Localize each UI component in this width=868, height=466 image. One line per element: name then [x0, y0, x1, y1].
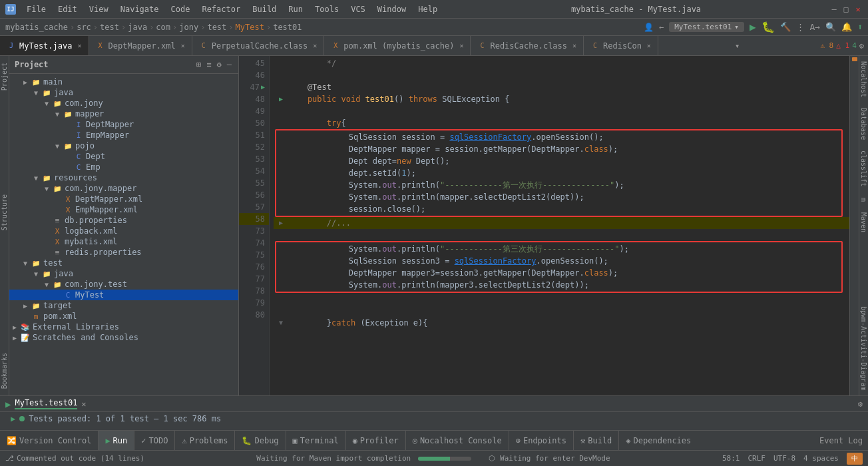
tab-close-icon[interactable]: ✕ — [647, 42, 651, 49]
tab-overflow-button[interactable]: ▾ — [731, 36, 744, 55]
run-config-dropdown[interactable]: MyTest.test01 ▾ — [669, 22, 744, 32]
breadcrumb-test01[interactable]: test01 — [273, 23, 302, 32]
tool-version-control[interactable]: 🔀 Version Control — [0, 431, 99, 450]
panel-nocalhost[interactable]: Nocalhost — [859, 56, 868, 103]
tree-item-dbprops[interactable]: ≡ db.properties — [9, 215, 238, 226]
menu-edit[interactable]: Edit — [53, 3, 83, 15]
breadcrumb-project[interactable]: mybatis_cache — [5, 23, 68, 32]
run-icon[interactable]: ▶ — [5, 399, 11, 409]
tab-close-icon[interactable]: ✕ — [181, 42, 185, 49]
tool-run[interactable]: ▶ Run — [99, 431, 134, 450]
tree-item-scratches[interactable]: ▶ 📝 Scratches and Consoles — [9, 332, 238, 343]
tool-debug[interactable]: 🐛 Debug — [235, 431, 286, 450]
run-tab-active[interactable]: MyTest.test01 — [15, 398, 77, 409]
breadcrumb-test2[interactable]: test — [207, 23, 226, 32]
fold-icon-58[interactable]: ▶ — [274, 217, 288, 229]
tool-endpoints[interactable]: ⊕ Endpoints — [509, 431, 574, 450]
menu-window[interactable]: Window — [372, 3, 411, 15]
tab-pom[interactable]: X pom.xml (mybatis_cache) ✕ — [324, 36, 471, 55]
tree-item-empmapperxml[interactable]: X EmpMapper.xml — [9, 204, 238, 215]
tree-item-dept[interactable]: C Dept — [9, 151, 238, 162]
panel-classlift[interactable]: classlift — [859, 145, 868, 192]
git-status-icon[interactable]: ⎇ — [5, 454, 14, 463]
menu-help[interactable]: Help — [413, 3, 443, 15]
run-settings-icon[interactable]: ⚙ — [858, 399, 863, 409]
menu-file[interactable]: File — [21, 3, 51, 15]
tab-rediscache[interactable]: C RedisCache.class ✕ — [471, 36, 584, 55]
run-button[interactable]: ▶ — [750, 21, 756, 33]
tree-item-comjonymapper[interactable]: ▼ 📁 com.jony.mapper — [9, 183, 238, 194]
tree-item-test-java[interactable]: ▼ 📁 java — [9, 268, 238, 279]
tab-rediscon[interactable]: C RedisCon ✕ — [584, 36, 658, 55]
menu-view[interactable]: View — [84, 3, 114, 15]
menu-refactor[interactable]: Refactor — [196, 3, 246, 15]
build-button[interactable]: 🔨 — [780, 22, 791, 32]
sidebar-collapse-icon[interactable]: ≡ — [205, 59, 212, 71]
tool-terminal[interactable]: ▣ Terminal — [286, 431, 346, 450]
breadcrumb-java[interactable]: java — [128, 23, 147, 32]
more-actions-button[interactable]: ⋮ — [796, 22, 805, 32]
tab-close-icon[interactable]: ✕ — [313, 42, 317, 49]
status-utf8[interactable]: UTF-8 — [773, 454, 795, 463]
tree-item-emp[interactable]: C Emp — [9, 162, 238, 172]
tab-mytest[interactable]: J MyTest.java ✕ — [0, 36, 89, 55]
status-position[interactable]: 58:1 — [722, 454, 740, 463]
profile-icon[interactable]: 👤 — [644, 23, 654, 32]
menu-vcs[interactable]: VCS — [345, 3, 371, 15]
tree-item-mytest[interactable]: C MyTest — [9, 290, 238, 300]
structure-label[interactable]: Structure — [0, 189, 9, 236]
tool-problems[interactable]: ⚠ Problems — [175, 431, 235, 450]
gutter-run-icon[interactable]: ▶ — [261, 81, 265, 93]
breadcrumb-test[interactable]: test — [100, 23, 119, 32]
tool-profiler[interactable]: ◉ Profiler — [346, 431, 406, 450]
tree-item-mybatisxml[interactable]: X mybatis.xml — [9, 236, 238, 247]
tab-close-icon[interactable]: ✕ — [77, 42, 81, 49]
back-icon[interactable]: ← — [659, 23, 664, 32]
tree-item-main[interactable]: ▶ 📁 main — [9, 77, 238, 87]
tree-item-pomxml[interactable]: m pom.xml — [9, 311, 238, 322]
sidebar-close-icon[interactable]: — — [226, 59, 233, 71]
tree-item-target[interactable]: ▶ 📁 target — [9, 300, 238, 311]
menu-build[interactable]: Build — [247, 3, 282, 15]
side-tab-project[interactable]: Project — [0, 56, 9, 97]
menu-tools[interactable]: Tools — [310, 3, 344, 15]
tab-close-icon[interactable]: ✕ — [572, 42, 576, 49]
translate-button[interactable]: A→ — [810, 22, 821, 32]
debug-button[interactable]: 🐛 — [761, 21, 775, 33]
status-indent[interactable]: 4 spaces — [803, 454, 839, 463]
tool-build[interactable]: ⚒ Build — [574, 431, 619, 450]
menu-code[interactable]: Code — [166, 3, 196, 15]
tab-close-icon[interactable]: ✕ — [459, 42, 463, 49]
tree-item-test[interactable]: ▼ 📁 test — [9, 258, 238, 268]
status-crlf[interactable]: CRLF — [748, 454, 765, 463]
breadcrumb-com[interactable]: com — [156, 23, 170, 32]
tree-item-comjonytest[interactable]: ▼ 📁 com.jony.test — [9, 279, 238, 290]
tree-item-deptmapperxml[interactable]: X DeptMapper.xml — [9, 194, 238, 204]
search-button[interactable]: 🔍 — [825, 22, 836, 32]
breadcrumb-src[interactable]: src — [77, 23, 91, 32]
tool-dependencies[interactable]: ◈ Dependencies — [619, 431, 698, 450]
panel-m[interactable]: m — [859, 192, 868, 207]
sidebar-settings-icon[interactable]: ⚙ — [216, 59, 223, 71]
tool-todo[interactable]: ✓ TODO — [134, 431, 175, 450]
breadcrumb-mytest[interactable]: MyTest — [236, 23, 264, 32]
update-button[interactable]: ⬆ — [857, 22, 863, 32]
tab-deptmapper[interactable]: X DeptMapper.xml ✕ — [89, 36, 192, 55]
panel-database[interactable]: Database — [859, 103, 868, 145]
tree-item-resources[interactable]: ▼ 📁 resources — [9, 172, 238, 183]
tree-item-redisprops[interactable]: ≡ redis.properties — [9, 247, 238, 258]
panel-maven[interactable]: Maven — [859, 207, 868, 238]
lang-badge[interactable]: 中 — [847, 453, 863, 465]
run-gutter-48[interactable]: ▶ — [274, 93, 288, 105]
tree-item-extlibs[interactable]: ▶ 📚 External Libraries — [9, 322, 238, 332]
tree-item-mapper[interactable]: ▼ 📁 mapper — [9, 109, 238, 119]
menu-run[interactable]: Run — [283, 3, 308, 15]
minimize-button[interactable]: — — [829, 5, 839, 14]
tree-item-logbackxml[interactable]: X logback.xml — [9, 226, 238, 236]
menu-navigate[interactable]: Navigate — [115, 3, 164, 15]
breadcrumb-jony[interactable]: jony — [179, 23, 198, 32]
event-log-button[interactable]: Event Log — [819, 436, 863, 445]
notification-button[interactable]: 🔔 — [841, 22, 852, 32]
run-tab-close[interactable]: ✕ — [81, 399, 86, 409]
tree-item-java[interactable]: ▼ 📁 java — [9, 87, 238, 98]
